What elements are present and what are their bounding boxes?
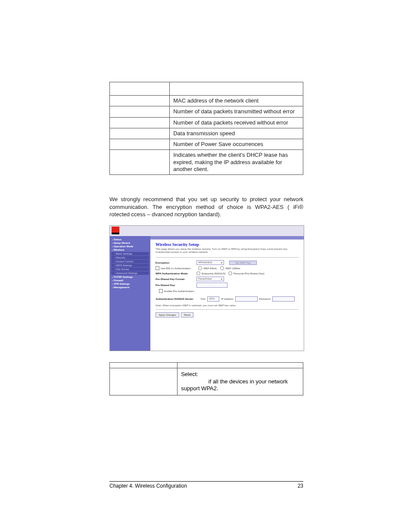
sidebar-sub-site-survey[interactable]: Site Survey [111, 268, 149, 271]
personal-radio[interactable] [228, 271, 232, 275]
panel-title: Wireless Security Setup [156, 242, 299, 247]
preauth-checkbox[interactable] [159, 289, 163, 293]
label-ip: IP address [221, 298, 234, 300]
table1-head-left [110, 82, 170, 96]
row-8021x: Use 802.1x Authentication WEP 64bits WEP… [156, 266, 299, 270]
port-input[interactable]: 1812 [207, 296, 219, 302]
table1-cell: Number of Power Save occurrences [170, 139, 303, 150]
row-radius: Authentication RADIUS Server: Port 1812 … [156, 296, 299, 302]
label-password: Password [259, 298, 271, 300]
brand-logo-text: zoom [112, 232, 119, 234]
screenshot-main: Wireless Security Setup This page allows… [150, 240, 304, 321]
screenshot-separator [150, 236, 304, 240]
encryption-select[interactable]: WPA2(AES) [196, 260, 224, 265]
enterprise-radio[interactable] [196, 271, 200, 275]
radius-password-input[interactable] [272, 296, 295, 302]
row-encryption: Encryption: WPA2(AES) Set WEP Key [156, 260, 299, 265]
table1-cell: Indicates whether the client's DHCP leas… [170, 150, 303, 175]
screenshot-sidebar: Status Setup Wizard Operation Mode Wirel… [110, 236, 150, 351]
wep64-radio[interactable] [198, 266, 202, 270]
table-row: Data transmission speed [110, 128, 303, 139]
apply-changes-button[interactable]: Apply Changes [156, 312, 179, 317]
use-8021x-checkbox[interactable] [156, 266, 159, 270]
label-port: Port [201, 298, 206, 300]
select-row-text: if all the devices in your network suppo… [181, 378, 288, 392]
psk-input[interactable] [196, 283, 227, 288]
sidebar-item-setup-wizard[interactable]: Setup Wizard [111, 241, 149, 245]
row-preauth: Enable Pre-Authentication [156, 289, 299, 293]
wep128-radio[interactable] [220, 266, 224, 270]
table1-head-right [170, 82, 303, 96]
label-wep64: WEP 64bits [203, 267, 217, 270]
row-wpa-auth: WPA Authentication Mode: Enterprise (RAD… [156, 271, 299, 275]
table1-cell: Number of data packets transmitted witho… [170, 106, 303, 117]
table2-head-left [110, 362, 177, 368]
table-row: Indicates whether the client's DHCP leas… [110, 150, 303, 175]
footer-chapter: Chapter 4. Wireless Configuration [109, 483, 187, 489]
definitions-table-2: Select: if all the devices in your netwo… [109, 362, 303, 396]
table2-head-right [177, 362, 303, 368]
table-row: Number of data packets transmitted witho… [110, 106, 303, 117]
sidebar-item-operation-mode[interactable]: Operation Mode [111, 245, 149, 248]
button-row: Apply Changes Reset [156, 312, 299, 317]
sidebar-sub-advanced[interactable]: Advanced Settings [111, 271, 149, 275]
table1-cell: Number of data packets received without … [170, 117, 303, 128]
label-radius: Authentication RADIUS Server: [156, 298, 201, 300]
label-8021x: Use 802.1x Authentication [161, 267, 198, 270]
wep-note: Note: When encryption WEP is selected, y… [156, 304, 299, 307]
label-enterprise: Enterprise (RADIUS) [202, 272, 226, 275]
sidebar-sub-wds[interactable]: WDS Settings [111, 264, 149, 267]
table-row: Select: if all the devices in your netwo… [110, 368, 303, 395]
sidebar-sub-security[interactable]: Security [111, 256, 149, 259]
sidebar-item-status[interactable]: Status [111, 238, 149, 241]
definitions-table-1: MAC address of the network client Number… [109, 82, 303, 175]
label-wpa-auth: WPA Authentication Mode: [156, 272, 196, 275]
label-personal: Personal (Pre-Shared Key) [234, 272, 265, 275]
sidebar-item-firewall[interactable]: Firewall [111, 279, 149, 282]
table-row: Number of Power Save occurrences [110, 139, 303, 150]
recommendation-paragraph: We strongly recommend that you set up se… [109, 196, 303, 218]
footer-page-number: 23 [298, 483, 303, 489]
screenshot-header: zoom [110, 226, 304, 236]
label-preauth: Enable Pre-Authentication [164, 290, 194, 292]
page-footer: Chapter 4. Wireless Configuration 23 [109, 481, 303, 489]
label-psk: Pre-Shared Key: [156, 284, 196, 286]
select-label: Select: [181, 371, 198, 377]
sidebar-item-vpn[interactable]: VPN Settings [111, 282, 149, 286]
table-row: Number of data packets received without … [110, 117, 303, 128]
table-row: MAC address of the network client [110, 96, 303, 106]
label-encryption: Encryption: [156, 261, 196, 264]
table1-cell: Data transmission speed [170, 128, 303, 139]
sidebar-sub-access-control[interactable]: Access Control [111, 260, 149, 263]
psk-format-select[interactable]: Passphrase [196, 277, 224, 281]
router-admin-screenshot: zoom Status Setup Wizard Operation Mode … [109, 225, 304, 351]
set-wep-key-button[interactable]: Set WEP Key [229, 261, 257, 265]
row-psk-format: Pre-Shared Key Format: Passphrase [156, 277, 299, 281]
ip-input[interactable] [235, 296, 258, 302]
table2-cell: Select: if all the devices in your netwo… [177, 368, 303, 395]
reset-button[interactable]: Reset [181, 312, 194, 317]
label-wep128: WEP 128bits [225, 267, 240, 270]
sidebar-item-tcpip[interactable]: TCP/IP Settings [111, 275, 149, 279]
panel-description: This page allows you setup the wireless … [156, 248, 299, 254]
sidebar-sub-basic[interactable]: Basic Settings [111, 252, 149, 255]
row-psk: Pre-Shared Key: [156, 283, 299, 288]
sidebar-item-wireless[interactable]: Wireless [111, 248, 149, 252]
document-page: MAC address of the network client Number… [0, 0, 411, 532]
table1-cell: MAC address of the network client [170, 96, 303, 106]
sidebar-item-management[interactable]: Management [111, 286, 149, 289]
label-psk-format: Pre-Shared Key Format: [156, 278, 196, 280]
